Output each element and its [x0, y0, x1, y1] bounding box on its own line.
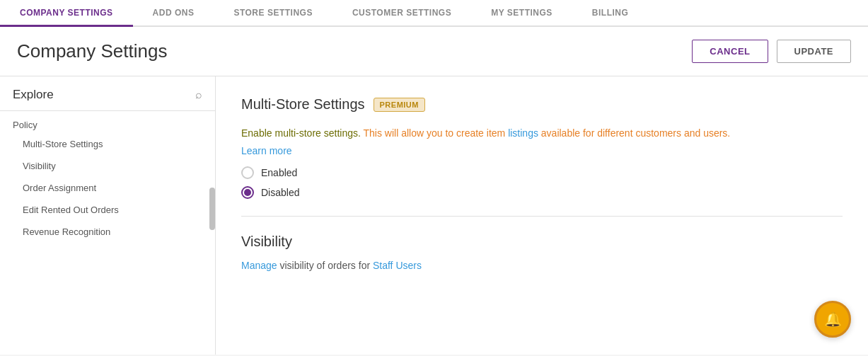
multistore-title: Multi-Store Settings [241, 96, 365, 113]
sidebar: Explore ⌕ Policy Multi-Store Settings Vi… [0, 76, 216, 355]
desc-part3: listings [508, 127, 538, 139]
sidebar-item-multistore[interactable]: Multi-Store Settings [0, 133, 215, 155]
vis-manage: Manage [241, 260, 277, 271]
header-actions: CANCEL UPDATE [692, 40, 851, 63]
vis-part2: visibility of orders for [279, 260, 372, 271]
nav-my-settings[interactable]: MY SETTINGS [471, 0, 572, 27]
multistore-description: Enable multi-store settings. This will a… [241, 125, 843, 141]
page-header: Company Settings CANCEL UPDATE [0, 27, 868, 76]
search-icon[interactable]: ⌕ [195, 88, 202, 101]
radio-disabled[interactable]: Disabled [241, 186, 843, 199]
desc-part2: This will allow you to create item [364, 127, 506, 139]
section-divider [241, 216, 843, 217]
visibility-description: Manage visibility of orders for Staff Us… [241, 260, 843, 271]
vis-staff: Staff Users [373, 260, 422, 271]
sidebar-item-order-assignment[interactable]: Order Assignment [0, 177, 215, 199]
fab-icon: 🔔 [824, 311, 842, 328]
radio-disabled-circle [241, 186, 254, 199]
visibility-section: Visibility Manage visibility of orders f… [241, 234, 843, 271]
sidebar-scrollbar-thumb[interactable] [209, 188, 215, 230]
main-layout: Explore ⌕ Policy Multi-Store Settings Vi… [0, 76, 868, 355]
cancel-button[interactable]: CANCEL [692, 40, 768, 63]
update-button[interactable]: UPDATE [777, 40, 851, 63]
sidebar-item-visibility[interactable]: Visibility [0, 155, 215, 177]
page-title: Company Settings [17, 40, 167, 62]
desc-part4: available for different customers and us… [541, 127, 730, 139]
learn-more-link[interactable]: Learn more [241, 145, 292, 156]
nav-company-settings[interactable]: COMPANY SETTINGS [0, 0, 133, 27]
nav-add-ons[interactable]: ADD ONS [133, 0, 214, 27]
desc-part1: Enable multi-store settings. [241, 127, 361, 139]
radio-enabled-label: Enabled [261, 167, 297, 178]
fab-button[interactable]: 🔔 [814, 301, 851, 338]
top-navigation: COMPANY SETTINGS ADD ONS STORE SETTINGS … [0, 0, 868, 27]
nav-store-settings[interactable]: STORE SETTINGS [214, 0, 332, 27]
nav-billing[interactable]: BILLING [572, 0, 649, 27]
visibility-title: Visibility [241, 234, 843, 250]
radio-enabled[interactable]: Enabled [241, 166, 843, 179]
sidebar-explore-label: Explore [13, 88, 54, 102]
sidebar-header: Explore ⌕ [0, 76, 215, 111]
sidebar-item-revenue[interactable]: Revenue Recognition [0, 221, 215, 243]
multistore-title-row: Multi-Store Settings PREMIUM [241, 96, 843, 113]
multistore-section: Multi-Store Settings PREMIUM Enable mult… [241, 96, 843, 199]
sidebar-item-edit-rented[interactable]: Edit Rented Out Orders [0, 199, 215, 221]
content-area: Multi-Store Settings PREMIUM Enable mult… [216, 76, 868, 355]
radio-disabled-label: Disabled [261, 187, 299, 198]
premium-badge: PREMIUM [374, 98, 425, 112]
radio-enabled-circle [241, 166, 254, 179]
nav-customer-settings[interactable]: CUSTOMER SETTINGS [332, 0, 471, 27]
sidebar-policy-label: Policy [0, 111, 215, 133]
radio-group: Enabled Disabled [241, 166, 843, 199]
